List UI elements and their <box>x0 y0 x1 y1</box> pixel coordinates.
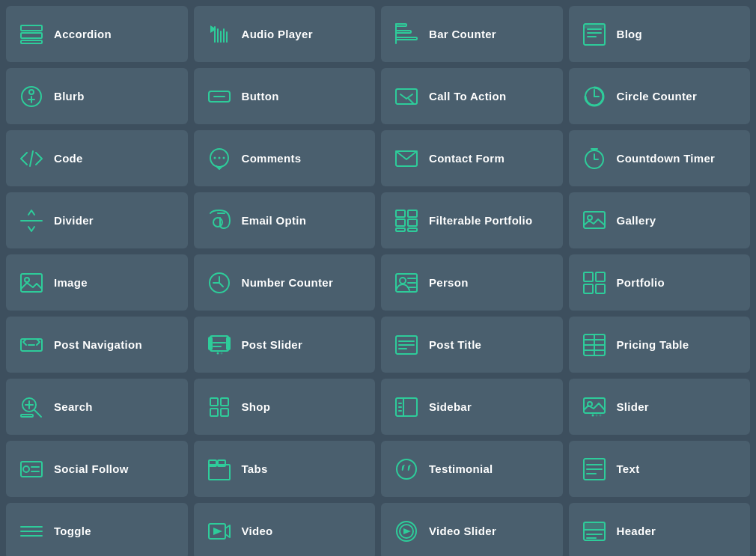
svg-rect-54 <box>596 272 605 281</box>
svg-point-92 <box>595 414 597 416</box>
svg-rect-1 <box>21 33 42 38</box>
contact-form-icon <box>393 145 420 172</box>
widget-number-counter[interactable]: Number Counter <box>194 254 376 311</box>
widget-post-navigation[interactable]: Post Navigation <box>6 317 188 373</box>
svg-rect-3 <box>396 37 417 40</box>
widget-bar-counter[interactable]: Bar Counter <box>381 6 563 62</box>
toggle-icon <box>18 518 45 545</box>
widget-divider[interactable]: Divider <box>6 192 188 248</box>
svg-rect-42 <box>21 274 42 292</box>
widget-countdown-timer[interactable]: Countdown Timer <box>569 130 751 186</box>
video-label: Video <box>242 525 273 537</box>
text-label: Text <box>617 462 640 475</box>
tabs-label: Tabs <box>242 462 268 475</box>
comments-label: Comments <box>242 152 302 165</box>
sidebar-label: Sidebar <box>429 400 472 413</box>
widget-image[interactable]: Image <box>6 254 188 311</box>
widget-accordion[interactable]: Accordion <box>6 6 188 62</box>
widget-shop[interactable]: Shop <box>194 379 376 435</box>
countdown-timer-icon <box>581 145 608 172</box>
svg-rect-2 <box>21 40 42 43</box>
svg-marker-113 <box>403 528 411 534</box>
filterable-portfolio-label: Filterable Portfolio <box>429 214 533 227</box>
svg-rect-81 <box>221 398 228 406</box>
widget-header[interactable]: Header <box>569 503 751 556</box>
text-icon <box>581 456 608 483</box>
video-slider-icon <box>393 518 420 545</box>
number-counter-label: Number Counter <box>242 276 334 289</box>
svg-rect-38 <box>396 228 405 231</box>
svg-point-32 <box>213 218 222 227</box>
sidebar-icon <box>393 394 420 421</box>
widget-blog[interactable]: Blog <box>569 6 751 62</box>
post-slider-label: Post Slider <box>242 338 303 351</box>
widget-slider[interactable]: Slider <box>569 379 751 435</box>
widget-text[interactable]: Text <box>569 441 751 497</box>
widget-button[interactable]: Button <box>194 68 376 124</box>
widget-tabs[interactable]: Tabs <box>194 441 376 497</box>
image-label: Image <box>54 276 88 289</box>
widget-call-to-action[interactable]: Call To Action <box>381 68 563 124</box>
svg-rect-36 <box>396 219 405 226</box>
widget-post-title[interactable]: Post Title <box>381 317 563 373</box>
widget-email-optin[interactable]: Email Optin <box>194 192 376 248</box>
widget-gallery[interactable]: Gallery <box>569 192 751 248</box>
svg-point-91 <box>591 414 594 416</box>
svg-rect-55 <box>584 284 593 293</box>
widget-social-follow[interactable]: Social Follow <box>6 441 188 497</box>
widget-sidebar[interactable]: Sidebar <box>381 379 563 435</box>
svg-point-13 <box>29 90 34 94</box>
widget-contact-form[interactable]: Contact Form <box>381 130 563 186</box>
widget-code[interactable]: Code <box>6 130 188 186</box>
slider-label: Slider <box>617 400 649 413</box>
svg-point-65 <box>220 352 222 354</box>
svg-point-43 <box>25 278 29 282</box>
code-label: Code <box>54 152 83 165</box>
widget-audio-player[interactable]: Audio Player <box>194 6 376 62</box>
widget-search[interactable]: Search <box>6 379 188 435</box>
svg-rect-53 <box>584 272 593 281</box>
bar-counter-label: Bar Counter <box>429 28 496 40</box>
widget-pricing-table[interactable]: Pricing Table <box>569 317 751 373</box>
comments-icon <box>206 145 233 172</box>
circle-counter-label: Circle Counter <box>617 90 698 103</box>
svg-rect-5 <box>396 24 406 26</box>
button-icon <box>206 83 233 110</box>
audio-player-label: Audio Player <box>242 28 313 40</box>
widget-portfolio[interactable]: Portfolio <box>569 254 751 311</box>
video-slider-label: Video Slider <box>429 525 496 537</box>
number-counter-icon <box>206 269 233 296</box>
svg-point-26 <box>218 156 220 159</box>
svg-line-19 <box>409 99 414 104</box>
portfolio-icon <box>581 269 608 296</box>
widget-video[interactable]: Video <box>194 503 376 556</box>
svg-point-25 <box>213 156 216 159</box>
widget-person[interactable]: Person <box>381 254 563 311</box>
tabs-icon <box>206 456 233 483</box>
svg-rect-79 <box>21 415 33 417</box>
widget-blurb[interactable]: Blurb <box>6 68 188 124</box>
blurb-icon <box>18 83 45 110</box>
svg-rect-4 <box>396 31 411 33</box>
svg-point-95 <box>23 466 29 472</box>
svg-rect-35 <box>408 210 417 217</box>
post-navigation-label: Post Navigation <box>54 338 142 351</box>
widget-circle-counter[interactable]: Circle Counter <box>569 68 751 124</box>
circle-counter-icon <box>581 83 608 110</box>
person-label: Person <box>429 276 469 289</box>
header-label: Header <box>617 525 656 537</box>
widget-post-slider[interactable]: Post Slider <box>194 317 376 373</box>
widget-video-slider[interactable]: Video Slider <box>381 503 563 556</box>
widget-testimonial[interactable]: Testimonial <box>381 441 563 497</box>
person-icon <box>393 269 420 296</box>
accordion-icon <box>18 21 45 48</box>
widget-toggle[interactable]: Toggle <box>6 503 188 556</box>
svg-rect-115 <box>584 522 605 530</box>
svg-point-93 <box>599 414 601 416</box>
svg-point-64 <box>216 352 219 354</box>
code-icon <box>18 145 45 172</box>
svg-rect-83 <box>221 409 228 416</box>
widget-filterable-portfolio[interactable]: Filterable Portfolio <box>381 192 563 248</box>
svg-rect-11 <box>584 24 605 28</box>
widget-comments[interactable]: Comments <box>194 130 376 186</box>
